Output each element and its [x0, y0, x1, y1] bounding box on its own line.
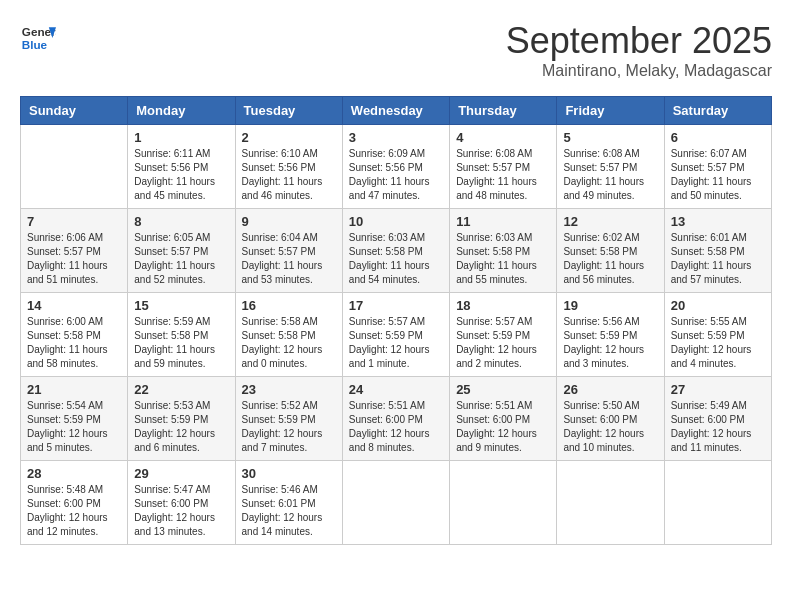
- day-info: Sunrise: 6:00 AM Sunset: 5:58 PM Dayligh…: [27, 315, 121, 371]
- calendar-cell: 30Sunrise: 5:46 AM Sunset: 6:01 PM Dayli…: [235, 461, 342, 545]
- svg-text:Blue: Blue: [22, 38, 48, 51]
- day-number: 16: [242, 298, 336, 313]
- day-number: 20: [671, 298, 765, 313]
- title-block: September 2025 Maintirano, Melaky, Madag…: [506, 20, 772, 80]
- calendar-week-row: 1Sunrise: 6:11 AM Sunset: 5:56 PM Daylig…: [21, 125, 772, 209]
- day-number: 15: [134, 298, 228, 313]
- day-header-monday: Monday: [128, 97, 235, 125]
- day-info: Sunrise: 5:49 AM Sunset: 6:00 PM Dayligh…: [671, 399, 765, 455]
- day-info: Sunrise: 6:08 AM Sunset: 5:57 PM Dayligh…: [456, 147, 550, 203]
- day-info: Sunrise: 5:51 AM Sunset: 6:00 PM Dayligh…: [349, 399, 443, 455]
- day-number: 25: [456, 382, 550, 397]
- logo: General Blue: [20, 20, 56, 56]
- day-number: 17: [349, 298, 443, 313]
- day-info: Sunrise: 5:56 AM Sunset: 5:59 PM Dayligh…: [563, 315, 657, 371]
- calendar-cell: 21Sunrise: 5:54 AM Sunset: 5:59 PM Dayli…: [21, 377, 128, 461]
- calendar-cell: 10Sunrise: 6:03 AM Sunset: 5:58 PM Dayli…: [342, 209, 449, 293]
- calendar-cell: 13Sunrise: 6:01 AM Sunset: 5:58 PM Dayli…: [664, 209, 771, 293]
- day-info: Sunrise: 6:01 AM Sunset: 5:58 PM Dayligh…: [671, 231, 765, 287]
- day-number: 13: [671, 214, 765, 229]
- day-number: 11: [456, 214, 550, 229]
- page-header: General Blue September 2025 Maintirano, …: [20, 20, 772, 80]
- calendar-cell: [557, 461, 664, 545]
- calendar-cell: 20Sunrise: 5:55 AM Sunset: 5:59 PM Dayli…: [664, 293, 771, 377]
- calendar-week-row: 7Sunrise: 6:06 AM Sunset: 5:57 PM Daylig…: [21, 209, 772, 293]
- day-header-tuesday: Tuesday: [235, 97, 342, 125]
- day-number: 8: [134, 214, 228, 229]
- day-number: 27: [671, 382, 765, 397]
- calendar-cell: 2Sunrise: 6:10 AM Sunset: 5:56 PM Daylig…: [235, 125, 342, 209]
- calendar-cell: 12Sunrise: 6:02 AM Sunset: 5:58 PM Dayli…: [557, 209, 664, 293]
- calendar-cell: [664, 461, 771, 545]
- day-info: Sunrise: 6:06 AM Sunset: 5:57 PM Dayligh…: [27, 231, 121, 287]
- calendar-cell: 16Sunrise: 5:58 AM Sunset: 5:58 PM Dayli…: [235, 293, 342, 377]
- calendar-week-row: 21Sunrise: 5:54 AM Sunset: 5:59 PM Dayli…: [21, 377, 772, 461]
- calendar-cell: [21, 125, 128, 209]
- calendar-cell: 3Sunrise: 6:09 AM Sunset: 5:56 PM Daylig…: [342, 125, 449, 209]
- day-header-saturday: Saturday: [664, 97, 771, 125]
- day-info: Sunrise: 6:04 AM Sunset: 5:57 PM Dayligh…: [242, 231, 336, 287]
- calendar-cell: 1Sunrise: 6:11 AM Sunset: 5:56 PM Daylig…: [128, 125, 235, 209]
- calendar-cell: 14Sunrise: 6:00 AM Sunset: 5:58 PM Dayli…: [21, 293, 128, 377]
- calendar-cell: 28Sunrise: 5:48 AM Sunset: 6:00 PM Dayli…: [21, 461, 128, 545]
- day-info: Sunrise: 5:58 AM Sunset: 5:58 PM Dayligh…: [242, 315, 336, 371]
- day-header-sunday: Sunday: [21, 97, 128, 125]
- day-info: Sunrise: 5:57 AM Sunset: 5:59 PM Dayligh…: [456, 315, 550, 371]
- day-header-wednesday: Wednesday: [342, 97, 449, 125]
- calendar-cell: 6Sunrise: 6:07 AM Sunset: 5:57 PM Daylig…: [664, 125, 771, 209]
- location-title: Maintirano, Melaky, Madagascar: [506, 62, 772, 80]
- calendar-cell: 7Sunrise: 6:06 AM Sunset: 5:57 PM Daylig…: [21, 209, 128, 293]
- calendar-cell: 8Sunrise: 6:05 AM Sunset: 5:57 PM Daylig…: [128, 209, 235, 293]
- day-info: Sunrise: 6:09 AM Sunset: 5:56 PM Dayligh…: [349, 147, 443, 203]
- day-info: Sunrise: 6:03 AM Sunset: 5:58 PM Dayligh…: [349, 231, 443, 287]
- day-number: 30: [242, 466, 336, 481]
- day-info: Sunrise: 5:53 AM Sunset: 5:59 PM Dayligh…: [134, 399, 228, 455]
- day-info: Sunrise: 5:59 AM Sunset: 5:58 PM Dayligh…: [134, 315, 228, 371]
- day-info: Sunrise: 6:05 AM Sunset: 5:57 PM Dayligh…: [134, 231, 228, 287]
- calendar-cell: 18Sunrise: 5:57 AM Sunset: 5:59 PM Dayli…: [450, 293, 557, 377]
- day-number: 22: [134, 382, 228, 397]
- logo-icon: General Blue: [20, 20, 56, 56]
- day-info: Sunrise: 6:08 AM Sunset: 5:57 PM Dayligh…: [563, 147, 657, 203]
- day-info: Sunrise: 6:07 AM Sunset: 5:57 PM Dayligh…: [671, 147, 765, 203]
- month-title: September 2025: [506, 20, 772, 62]
- day-info: Sunrise: 6:03 AM Sunset: 5:58 PM Dayligh…: [456, 231, 550, 287]
- day-info: Sunrise: 5:47 AM Sunset: 6:00 PM Dayligh…: [134, 483, 228, 539]
- day-number: 12: [563, 214, 657, 229]
- calendar-header-row: SundayMondayTuesdayWednesdayThursdayFrid…: [21, 97, 772, 125]
- calendar-cell: 4Sunrise: 6:08 AM Sunset: 5:57 PM Daylig…: [450, 125, 557, 209]
- calendar-cell: 25Sunrise: 5:51 AM Sunset: 6:00 PM Dayli…: [450, 377, 557, 461]
- day-number: 2: [242, 130, 336, 145]
- calendar-cell: 29Sunrise: 5:47 AM Sunset: 6:00 PM Dayli…: [128, 461, 235, 545]
- day-number: 14: [27, 298, 121, 313]
- day-number: 23: [242, 382, 336, 397]
- day-info: Sunrise: 6:10 AM Sunset: 5:56 PM Dayligh…: [242, 147, 336, 203]
- day-number: 3: [349, 130, 443, 145]
- calendar-table: SundayMondayTuesdayWednesdayThursdayFrid…: [20, 96, 772, 545]
- day-header-friday: Friday: [557, 97, 664, 125]
- day-info: Sunrise: 5:51 AM Sunset: 6:00 PM Dayligh…: [456, 399, 550, 455]
- day-number: 9: [242, 214, 336, 229]
- day-header-thursday: Thursday: [450, 97, 557, 125]
- day-info: Sunrise: 5:48 AM Sunset: 6:00 PM Dayligh…: [27, 483, 121, 539]
- day-number: 29: [134, 466, 228, 481]
- calendar-cell: 11Sunrise: 6:03 AM Sunset: 5:58 PM Dayli…: [450, 209, 557, 293]
- day-info: Sunrise: 5:55 AM Sunset: 5:59 PM Dayligh…: [671, 315, 765, 371]
- day-info: Sunrise: 6:11 AM Sunset: 5:56 PM Dayligh…: [134, 147, 228, 203]
- calendar-cell: 9Sunrise: 6:04 AM Sunset: 5:57 PM Daylig…: [235, 209, 342, 293]
- calendar-cell: 22Sunrise: 5:53 AM Sunset: 5:59 PM Dayli…: [128, 377, 235, 461]
- day-number: 6: [671, 130, 765, 145]
- calendar-cell: 15Sunrise: 5:59 AM Sunset: 5:58 PM Dayli…: [128, 293, 235, 377]
- calendar-cell: 23Sunrise: 5:52 AM Sunset: 5:59 PM Dayli…: [235, 377, 342, 461]
- calendar-cell: 17Sunrise: 5:57 AM Sunset: 5:59 PM Dayli…: [342, 293, 449, 377]
- day-number: 26: [563, 382, 657, 397]
- day-info: Sunrise: 5:52 AM Sunset: 5:59 PM Dayligh…: [242, 399, 336, 455]
- calendar-cell: 5Sunrise: 6:08 AM Sunset: 5:57 PM Daylig…: [557, 125, 664, 209]
- calendar-week-row: 14Sunrise: 6:00 AM Sunset: 5:58 PM Dayli…: [21, 293, 772, 377]
- day-number: 28: [27, 466, 121, 481]
- calendar-week-row: 28Sunrise: 5:48 AM Sunset: 6:00 PM Dayli…: [21, 461, 772, 545]
- day-number: 5: [563, 130, 657, 145]
- day-number: 10: [349, 214, 443, 229]
- calendar-cell: 27Sunrise: 5:49 AM Sunset: 6:00 PM Dayli…: [664, 377, 771, 461]
- day-info: Sunrise: 5:57 AM Sunset: 5:59 PM Dayligh…: [349, 315, 443, 371]
